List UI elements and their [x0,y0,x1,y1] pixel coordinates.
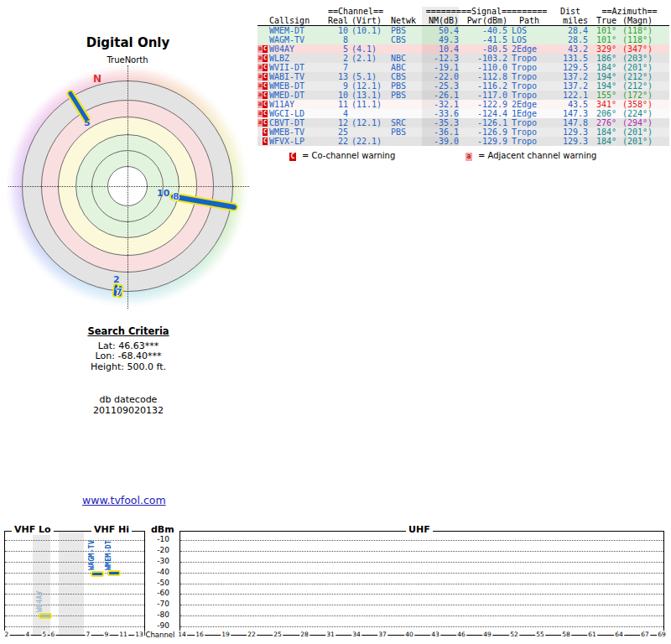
table-row: aCW04AY5(4.1)10.4-80.52Edge43.2329°(347°… [257,44,669,54]
azimuth-magn-cell: (172°) [620,91,669,100]
virtual-channel-cell [348,127,385,137]
dbm-gridline [180,551,663,552]
dbm-tick-label: -50 [143,579,169,588]
network-cell: CBS [385,72,422,81]
channel-tick-label: 2 [4,631,10,638]
radar-channel-label: 7 [116,288,122,297]
warning-markers: aC [257,118,268,127]
col-true: True [590,16,620,25]
dbm-gridline [5,594,144,595]
channel-tick-label: 9 [104,631,110,638]
dbm-gridline [5,626,144,627]
channel-tick-label: 7 [86,631,91,638]
nm-cell: -39.0 [422,137,459,146]
adjacent-legend-text: = Adjacent channel warning [478,151,596,160]
azimuth-true-cell: 101° [590,35,620,44]
table-row: aCW11AY11(11.1)-32.1-122.92Edge43.5341°(… [257,100,669,109]
dbm-gridline [5,540,144,541]
channel-tick-label: 6 [50,631,56,638]
azimuth-true-cell: 155° [590,91,620,100]
network-cell: PBS [385,81,422,91]
miles-cell: 129.5 [551,63,590,72]
azimuth-group-header: ==Azimuth== [590,7,669,16]
channel-tick-label: 14 [177,631,187,638]
miles-cell: 28.5 [551,35,590,44]
path-cell: Tropo [507,72,551,81]
signal-callsign-label: WAGM-TV [87,531,96,570]
col-magn: (Magn) [620,16,669,25]
power-cell: -116.2 [459,81,507,91]
azimuth-true-cell: 184° [590,63,620,72]
height-value: Height: 500.0 ft. [49,362,208,373]
path-cell: Tropo [507,91,551,100]
nm-cell: -33.6 [422,109,459,118]
warning-markers: aC [257,54,268,63]
tvfool-report: Digital Only TrueNorth N510827 ==Channel… [0,0,671,644]
search-criteria-title: Search Criteria [49,326,208,337]
table-row: WMEM-DT10(10.1)PBS50.4-40.5LOS28.4101°(1… [257,26,669,35]
channel-power-chart: VHF Lo VHF Hi dBm UHF Channel -10-20-30-… [0,522,671,644]
search-criteria: Search Criteria Lat: 46.63*** Lon: -68.4… [49,326,208,372]
channel-tick-label: 11 [118,631,128,638]
nm-cell: -36.1 [422,127,459,137]
azimuth-magn-cell: (294°) [620,118,669,127]
network-cell: CBS [385,35,422,44]
nm-cell: -12.3 [422,54,459,63]
radar-plot: Digital Only TrueNorth N510827 [0,0,260,319]
channel-tick-label: 67 [640,631,650,638]
real-channel-cell: 13 [326,72,348,81]
nm-cell: -19.1 [422,63,459,72]
table-row: WAGM-TV8CBS49.3-41.5LOS28.5101°(118°) [257,35,669,44]
dbm-gridline [180,573,663,574]
channel-tick-label: 25 [273,631,283,638]
table-row: aCWMED-DT10(13.1)PBS-26.1-117.0Tropo122.… [257,91,669,100]
uhf-plot-area [179,531,664,636]
channel-tick-label: 55 [535,631,545,638]
callsign-cell: CBVT-DT [268,118,326,127]
miles-cell: 129.3 [551,137,590,146]
network-cell: PBS [385,91,422,100]
crosshair-horizontal [8,186,249,187]
azimuth-magn-cell: (212°) [620,72,669,81]
tvfool-link[interactable]: www.tvfool.com [82,494,166,506]
miles-cell: 129.3 [551,127,590,137]
virtual-channel-cell [348,35,385,44]
azimuth-magn-cell: (118°) [620,26,669,35]
path-cell: 2Edge [507,44,551,54]
path-cell: Tropo [507,63,551,72]
dbm-gridline [5,562,144,563]
dbm-gridline [180,540,663,541]
dbm-tick-label: -60 [143,589,169,598]
real-channel-cell: 10 [326,26,348,35]
crosshair-vertical [127,65,128,309]
power-cell: -110.0 [459,63,507,72]
network-cell: SRC [385,118,422,127]
channel-tick-label: 61 [587,631,597,638]
real-channel-cell: 22 [326,137,348,146]
real-channel-cell: 11 [326,100,348,109]
warning-markers: aC [257,109,268,118]
miles-cell: 137.2 [551,81,590,91]
callsign-cell: WAGM-TV [268,35,326,44]
warning-markers: C [257,137,268,146]
nm-cell: -25.3 [422,81,459,91]
dbm-tick-label: -10 [143,535,169,544]
radar-channel-label: 5 [84,118,91,127]
miles-cell: 43.2 [551,44,590,54]
dbm-tick-label: -30 [143,557,169,566]
dist-group-header: Dist [551,7,590,16]
dbm-gridline [5,573,144,574]
callsign-cell: WLBZ [268,54,326,63]
real-channel-cell: 25 [326,127,348,137]
miles-cell: 43.5 [551,100,590,109]
path-cell: Tropo [507,118,551,127]
azimuth-magn-cell: (358°) [620,100,669,109]
azimuth-magn-cell: (203°) [620,54,669,63]
power-cell: -129.9 [459,137,507,146]
real-channel-cell: 7 [326,63,348,72]
callsign-cell: WMED-DT [268,91,326,100]
dbm-tick-label: -70 [143,600,169,609]
warning-markers: aC [257,81,268,91]
radar-channel-label: 8 [173,192,179,201]
azimuth-magn-cell: (201°) [620,63,669,72]
